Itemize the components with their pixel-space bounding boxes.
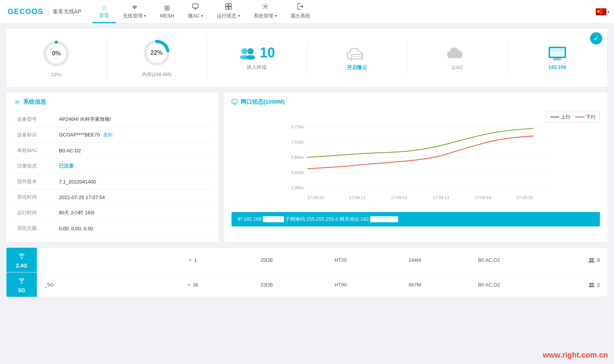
nav-label-micro-ac: 微AC ▾ <box>188 13 203 19</box>
nav-label-mesh: MESH <box>160 13 174 19</box>
wifi-row-5g: 5G _5G ✦ 36 23DB HT80 867M B0:AC:D2 <box>6 272 608 297</box>
svg-rect-27 <box>551 52 564 53</box>
network-chart: 9.77kb 7.81kb 5.86kb 3.91kb 1.95kb 17:09… <box>232 123 600 210</box>
nav-label-logout: 退出系统 <box>290 13 310 19</box>
net-status-panel: 网口状态(1000M) 上行 下行 <box>224 92 608 243</box>
wifi-5g-mac: B0:AC:D2 <box>452 282 526 288</box>
row-value-device-id: GCOAP****BEE70 复制 <box>56 127 211 143</box>
ip-icon-wrap <box>548 46 567 61</box>
table-row: 注册状态 已注册 <box>14 158 211 174</box>
device-icon <box>548 46 567 61</box>
terminals-icon <box>238 46 257 60</box>
nav-item-logout[interactable]: 退出系统 <box>284 0 317 24</box>
row-value-uptime: 80天 2小时 16分 <box>56 205 211 221</box>
svg-point-21 <box>246 55 255 60</box>
row-value-mac: B0:AC:D2 <box>56 143 211 158</box>
svg-text:5.86kb: 5.86kb <box>291 155 303 160</box>
wifi-5g-users: 2 <box>526 282 600 288</box>
svg-point-18 <box>241 48 248 54</box>
svg-point-19 <box>248 48 254 54</box>
nav-item-home[interactable]: ⌂ 首页 <box>92 0 116 23</box>
row-label-device-id: 设备标识 <box>14 127 56 143</box>
cpu-gauge: 0% <box>41 38 71 69</box>
stat-micro-cloud[interactable]: 开启微云 <box>307 41 408 74</box>
table-row: 设备型号 AP246HI 向科学家致敬! <box>14 112 211 127</box>
up-line-dash <box>550 117 559 117</box>
svg-text:17:09:10: 17:09:10 <box>308 195 324 200</box>
nav-label-status: 运行状态 ▾ <box>217 13 240 19</box>
header: GECOOS 集客无线AP ⌂ 首页 无线管理 ▾ ⊞ MESH 微A <box>0 0 614 24</box>
wifi-2g-mac: B0:AC:D2 <box>452 257 526 263</box>
users-icon-2g <box>588 257 595 263</box>
table-row: 本机MAC B0:AC:D2 <box>14 143 211 158</box>
memory-value: 22% <box>151 49 163 56</box>
sys-info-panel: 系统信息 设备型号 AP246HI 向科学家致敬! 设备标识 GCOAP****… <box>6 92 219 243</box>
wifi-2g-mode: HT20 <box>304 257 378 263</box>
svg-rect-29 <box>553 58 562 60</box>
svg-point-50 <box>589 258 592 260</box>
svg-text:1.95kb: 1.95kb <box>291 185 303 190</box>
svg-text:17:09:15: 17:09:15 <box>517 195 533 200</box>
nav-item-sys-mgmt[interactable]: 系统管理 ▾ <box>247 0 284 24</box>
check-badge: ✓ <box>590 32 602 44</box>
wifi-5g-channel: ✦ 36 <box>155 282 230 288</box>
wifi-row-2g: 2.4G . ✦ 1 25DB HT20 144M B0:AC:D2 <box>6 248 608 272</box>
nav-item-micro-ac[interactable]: 微AC ▾ <box>181 0 210 24</box>
brand-subtitle: 集客无线AP <box>53 8 81 15</box>
stat-cpu: 0% CPU <box>6 35 107 81</box>
svg-text:17:09:12: 17:09:12 <box>391 195 408 200</box>
table-row: 固件版本 7.1_2022041400 <box>14 174 211 190</box>
down-line-dash <box>575 117 584 117</box>
nav-item-wireless[interactable]: 无线管理 ▾ <box>116 0 153 24</box>
nav-label-wireless: 无线管理 ▾ <box>123 13 146 19</box>
cpu-label: CPU <box>51 72 62 78</box>
svg-rect-26 <box>551 49 564 52</box>
svg-point-55 <box>592 283 594 285</box>
memory-label: 内存(248.6M) <box>142 71 171 78</box>
home-icon: ⌂ <box>102 3 106 11</box>
wireless-icon <box>131 3 138 12</box>
sys-info-title: 系统信息 <box>14 98 211 106</box>
row-value-device-model: AP246HI 向科学家致敬! <box>56 112 211 127</box>
row-label-device-model: 设备型号 <box>14 112 56 127</box>
wifi-badge-2g: 2.4G <box>6 248 37 272</box>
sys-info-table: 设备型号 AP246HI 向科学家致敬! 设备标识 GCOAP****BEE70… <box>14 112 211 236</box>
gear-icon <box>14 99 20 105</box>
terminals-label: 接入终端 <box>247 64 267 71</box>
svg-point-30 <box>16 101 18 103</box>
wifi-2g-channel: ✦ 1 <box>155 257 230 263</box>
table-row: 设备标识 GCOAP****BEE70 复制 <box>14 127 211 143</box>
ip-info-bar: IP:192.168.██████ 子网掩码:255.255.255.0 网关地… <box>232 212 600 226</box>
language-flag[interactable]: ▾ <box>596 8 606 15</box>
wifi-icon-5g <box>17 276 27 286</box>
terminals-value: 10 <box>260 45 275 61</box>
row-label-reg-status: 注册状态 <box>14 158 56 174</box>
svg-text:17:09:11: 17:09:11 <box>349 195 366 200</box>
row-value-sys-time: 2022-07-25 17:07:54 <box>56 190 211 205</box>
copy-button[interactable]: 复制 <box>103 132 113 138</box>
micro-ac-arrow: ▾ <box>201 14 203 18</box>
table-row: 系统时间 2022-07-25 17:07:54 <box>14 190 211 205</box>
svg-text:3.91kb: 3.91kb <box>291 170 303 175</box>
logo-divider <box>48 7 48 16</box>
ip-label: 192.168 <box>548 64 566 70</box>
svg-text:7.81kb: 7.81kb <box>291 140 303 144</box>
status-arrow: ▾ <box>238 14 240 18</box>
stat-cloud-ac: 云AC <box>407 41 508 74</box>
legend-up: 上行 <box>550 114 571 120</box>
nav-item-mesh[interactable]: ⊞ MESH <box>153 1 181 23</box>
svg-rect-5 <box>225 6 228 9</box>
nav-item-status[interactable]: 运行状态 ▾ <box>210 0 247 24</box>
monitor-icon <box>232 99 238 105</box>
svg-rect-28 <box>551 54 564 55</box>
row-value-reg-status: 已注册 <box>56 158 211 174</box>
svg-rect-31 <box>232 100 237 103</box>
mesh-icon: ⊞ <box>164 4 170 12</box>
wifi-2g-ssid: . <box>44 257 155 263</box>
svg-point-51 <box>592 258 594 260</box>
row-value-load: 0.00, 0.00, 0.00 <box>56 221 211 236</box>
stat-terminals: 10 接入终端 <box>207 42 307 74</box>
nav-label-home: 首页 <box>99 12 109 19</box>
main-content: 系统信息 设备型号 AP246HI 向科学家致敬! 设备标识 GCOAP****… <box>6 92 608 243</box>
stat-ip: 192.168 <box>508 43 608 73</box>
